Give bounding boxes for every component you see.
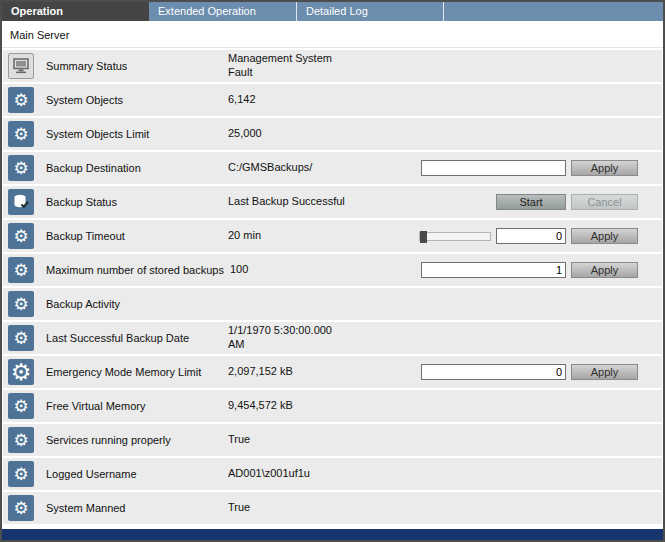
property-value: 20 min <box>228 229 400 243</box>
property-label: Backup Activity <box>46 298 228 310</box>
row-controls: Apply <box>421 364 662 380</box>
row-backup-activity: ⚙ Backup Activity <box>3 288 662 320</box>
cancel-button[interactable]: Cancel <box>571 194 638 210</box>
tab-bar: Operation Extended Operation Detailed Lo… <box>2 2 663 21</box>
management-window: Operation Extended Operation Detailed Lo… <box>0 0 665 542</box>
row-system-objects: ⚙ System Objects 6,142 <box>3 84 662 116</box>
property-label: Backup Destination <box>46 162 228 174</box>
gear-icon: ⚙ <box>8 155 34 181</box>
database-check-icon <box>8 189 34 215</box>
apply-button[interactable]: Apply <box>571 262 638 278</box>
row-controls: Apply <box>421 262 662 278</box>
property-value: 2,097,152 kB <box>228 365 400 379</box>
backup-destination-input[interactable] <box>421 160 566 176</box>
row-free-virtual-memory: ⚙ Free Virtual Memory 9,454,572 kB <box>3 390 662 422</box>
row-controls: Start Cancel <box>496 194 662 210</box>
gear-icon: ⚙ <box>8 257 34 283</box>
slider-handle[interactable] <box>420 231 427 243</box>
status-bar <box>2 529 663 540</box>
gear-icon: ⚙ <box>8 461 34 487</box>
row-services-running-properly: ⚙ Services running properly True <box>3 424 662 456</box>
gear-icon: ⚙ <box>8 121 34 147</box>
gear-large-icon: ⚙ <box>8 359 34 385</box>
gear-icon: ⚙ <box>8 325 34 351</box>
property-value: Last Backup Successful <box>228 195 400 209</box>
row-logged-username: ⚙ Logged Username AD001\z001uf1u <box>3 458 662 490</box>
property-value: C:/GMSBackups/ <box>228 161 400 175</box>
property-value: AD001\z001uf1u <box>228 467 400 481</box>
property-label: System Manned <box>46 502 228 514</box>
row-backup-timeout: ⚙ Backup Timeout 20 min Apply <box>3 220 662 252</box>
property-label: System Objects Limit <box>46 128 228 140</box>
gear-icon: ⚙ <box>8 495 34 521</box>
property-label: System Objects <box>46 94 228 106</box>
row-emergency-mode-memory-limit: ⚙ Emergency Mode Memory Limit 2,097,152 … <box>3 356 662 388</box>
apply-button[interactable]: Apply <box>571 228 638 244</box>
property-value: 1/1/1970 5:30:00.000 AM <box>228 324 400 352</box>
row-controls: Apply <box>421 160 662 176</box>
property-label: Maximum number of stored backups <box>46 264 230 276</box>
gear-icon: ⚙ <box>8 291 34 317</box>
property-value: 100 <box>230 263 402 277</box>
apply-button[interactable]: Apply <box>571 364 638 380</box>
property-label: Free Virtual Memory <box>46 400 228 412</box>
property-label: Summary Status <box>46 60 228 72</box>
row-controls: Apply <box>419 228 662 244</box>
row-summary-status: Summary Status Management System Fault <box>3 50 662 82</box>
property-list: Summary Status Management System Fault ⚙… <box>2 48 663 524</box>
gear-icon: ⚙ <box>8 393 34 419</box>
gear-icon: ⚙ <box>8 87 34 113</box>
property-value: True <box>228 501 400 515</box>
gear-icon: ⚙ <box>8 427 34 453</box>
property-value: Management System Fault <box>228 52 400 80</box>
property-value: 6,142 <box>228 93 400 107</box>
property-label: Services running properly <box>46 434 228 446</box>
property-label: Emergency Mode Memory Limit <box>46 366 228 378</box>
backup-timeout-input[interactable] <box>496 228 566 244</box>
max-backups-input[interactable] <box>421 262 566 278</box>
property-label: Backup Status <box>46 196 228 208</box>
row-backup-status: Backup Status Last Backup Successful Sta… <box>3 186 662 218</box>
property-label: Logged Username <box>46 468 228 480</box>
apply-button[interactable]: Apply <box>571 160 638 176</box>
backup-timeout-slider[interactable] <box>419 232 491 241</box>
row-backup-destination: ⚙ Backup Destination C:/GMSBackups/ Appl… <box>3 152 662 184</box>
gear-icon: ⚙ <box>8 223 34 249</box>
property-value: 9,454,572 kB <box>228 399 400 413</box>
server-status-icon <box>8 53 34 79</box>
property-label: Backup Timeout <box>46 230 228 242</box>
property-label: Last Successful Backup Date <box>46 332 228 344</box>
tab-detailed-log[interactable]: Detailed Log <box>296 2 443 21</box>
row-last-successful-backup-date: ⚙ Last Successful Backup Date 1/1/1970 5… <box>3 322 662 354</box>
property-value: True <box>228 433 400 447</box>
row-system-objects-limit: ⚙ System Objects Limit 25,000 <box>3 118 662 150</box>
tab-bar-filler <box>443 2 663 21</box>
tab-operation[interactable]: Operation <box>2 2 149 21</box>
page-title: Main Server <box>2 21 663 48</box>
start-button[interactable]: Start <box>496 194 566 210</box>
row-system-manned: ⚙ System Manned True <box>3 492 662 524</box>
property-value: 25,000 <box>228 127 400 141</box>
emergency-memory-input[interactable] <box>421 364 566 380</box>
row-max-stored-backups: ⚙ Maximum number of stored backups 100 A… <box>3 254 662 286</box>
tab-extended-operation[interactable]: Extended Operation <box>149 2 296 21</box>
